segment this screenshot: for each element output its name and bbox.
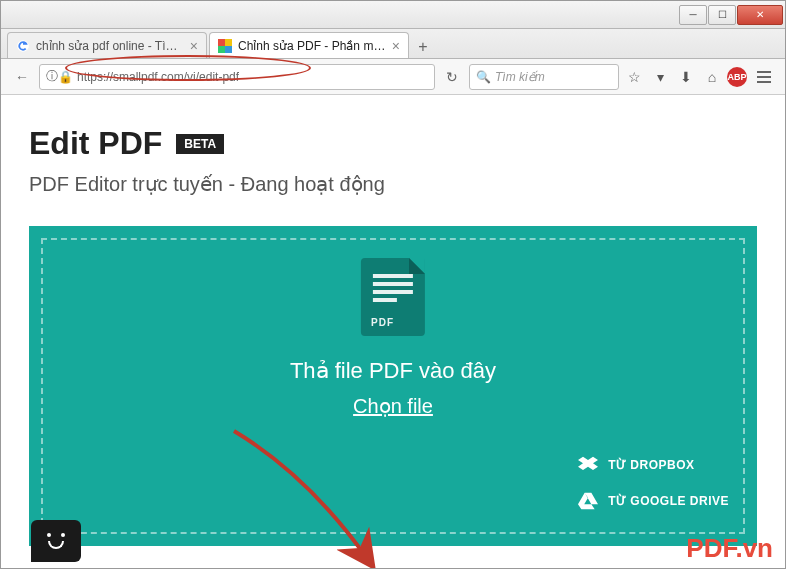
dropzone[interactable]: PDF Thả file PDF vào đây Chọn file TỪ DR… bbox=[29, 226, 757, 546]
downloads-icon[interactable]: ⬇ bbox=[675, 66, 697, 88]
bookmark-star-icon[interactable]: ☆ bbox=[623, 66, 645, 88]
info-icon[interactable]: ⓘ bbox=[46, 68, 58, 85]
page-subtitle: PDF Editor trực tuyến - Đang hoạt động bbox=[29, 172, 757, 196]
home-icon[interactable]: ⌂ bbox=[701, 66, 723, 88]
search-placeholder: Tìm kiếm bbox=[495, 70, 545, 84]
maximize-button[interactable]: ☐ bbox=[708, 5, 736, 25]
minimize-button[interactable]: ─ bbox=[679, 5, 707, 25]
dropzone-center: PDF Thả file PDF vào đây Chọn file bbox=[290, 258, 496, 418]
adblock-icon[interactable]: ABP bbox=[727, 67, 747, 87]
chat-face-icon bbox=[44, 533, 68, 549]
window-titlebar: ─ ☐ ✕ bbox=[1, 1, 785, 29]
from-dropbox-button[interactable]: TỪ DROPBOX bbox=[578, 456, 729, 474]
page-title: Edit PDF bbox=[29, 125, 162, 162]
tab-close-icon[interactable]: × bbox=[190, 38, 198, 54]
svg-rect-4 bbox=[225, 46, 232, 53]
svg-rect-1 bbox=[218, 39, 225, 46]
pdf-icon-label: PDF bbox=[371, 317, 394, 328]
search-box[interactable]: 🔍 Tìm kiếm bbox=[469, 64, 619, 90]
svg-rect-2 bbox=[225, 39, 232, 46]
url-text: https://smallpdf.com/vi/edit-pdf bbox=[77, 70, 239, 84]
tab-label: Chỉnh sửa PDF - Phần mềm c bbox=[238, 39, 386, 53]
drop-text: Thả file PDF vào đây bbox=[290, 358, 496, 384]
choose-file-link[interactable]: Chọn file bbox=[353, 394, 433, 418]
search-icon: 🔍 bbox=[476, 70, 491, 84]
back-button[interactable]: ← bbox=[9, 64, 35, 90]
google-drive-icon bbox=[578, 492, 598, 510]
page-content: Edit PDF BETA PDF Editor trực tuyến - Đa… bbox=[1, 95, 785, 568]
tab-edit-pdf[interactable]: Chỉnh sửa PDF - Phần mềm c × bbox=[209, 32, 409, 58]
svg-rect-3 bbox=[218, 46, 225, 53]
title-row: Edit PDF BETA bbox=[29, 125, 757, 162]
cloud-options: TỪ DROPBOX TỪ GOOGLE DRIVE bbox=[578, 456, 729, 510]
gdrive-label: TỪ GOOGLE DRIVE bbox=[608, 494, 729, 508]
tab-close-icon[interactable]: × bbox=[392, 38, 400, 54]
smallpdf-favicon-icon bbox=[218, 39, 232, 53]
chat-widget[interactable] bbox=[31, 520, 81, 562]
pocket-icon[interactable]: ▾ bbox=[649, 66, 671, 88]
reload-button[interactable]: ↻ bbox=[439, 64, 465, 90]
tab-search-results[interactable]: chỉnh sửa pdf online - Tìm vớ × bbox=[7, 32, 207, 58]
watermark: PDF.vn bbox=[686, 533, 773, 564]
close-window-button[interactable]: ✕ bbox=[737, 5, 783, 25]
tab-label: chỉnh sửa pdf online - Tìm vớ bbox=[36, 39, 184, 53]
dropbox-icon bbox=[578, 456, 598, 474]
dropbox-label: TỪ DROPBOX bbox=[608, 458, 694, 472]
navigation-bar: ← ⓘ 🔒 https://smallpdf.com/vi/edit-pdf ↻… bbox=[1, 59, 785, 95]
hamburger-menu-icon[interactable] bbox=[751, 64, 777, 90]
google-favicon-icon bbox=[16, 39, 30, 53]
new-tab-button[interactable]: + bbox=[411, 36, 435, 58]
tab-strip: chỉnh sửa pdf online - Tìm vớ × Chỉnh sử… bbox=[1, 29, 785, 59]
beta-badge: BETA bbox=[176, 134, 224, 154]
lock-icon: 🔒 bbox=[58, 70, 73, 84]
pdf-file-icon: PDF bbox=[361, 258, 425, 336]
from-gdrive-button[interactable]: TỪ GOOGLE DRIVE bbox=[578, 492, 729, 510]
address-bar[interactable]: ⓘ 🔒 https://smallpdf.com/vi/edit-pdf bbox=[39, 64, 435, 90]
